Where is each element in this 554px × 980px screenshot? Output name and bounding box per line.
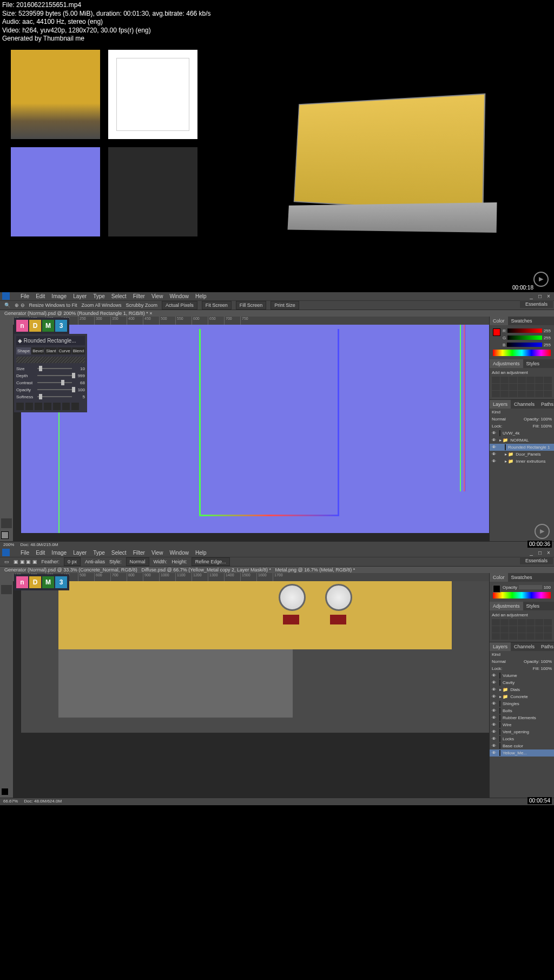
styles-tab[interactable]: Styles xyxy=(523,359,543,368)
mdo-tab[interactable]: M xyxy=(42,320,54,332)
ddo-tab[interactable]: D xyxy=(29,320,41,332)
visibility-toggle[interactable]: 👁 xyxy=(492,729,497,734)
paths-tab[interactable]: Paths xyxy=(538,400,554,409)
doc-tab-a[interactable]: Generator (Normal).psd @ 33.3% (Concrete… xyxy=(4,567,137,573)
visibility-toggle[interactable]: 👁 xyxy=(492,701,497,706)
crop-tool[interactable] xyxy=(1,616,12,626)
canvas-area-2[interactable]: 1002003004005006007008009001000110012001… xyxy=(13,573,489,798)
gradient-tool[interactable] xyxy=(1,434,12,444)
ndo-slider-softness[interactable]: Softness5 xyxy=(16,394,85,399)
visibility-toggle[interactable]: 👁 xyxy=(492,445,497,450)
antialias-check[interactable]: Anti-alias xyxy=(85,559,105,564)
visibility-toggle[interactable]: 👁 xyxy=(492,452,497,457)
ndo-btn-1[interactable] xyxy=(16,403,24,410)
path-tool[interactable] xyxy=(1,744,12,753)
visibility-toggle[interactable]: 👁 xyxy=(492,722,497,727)
foreground-color-2[interactable] xyxy=(1,788,9,795)
hand-tool[interactable] xyxy=(1,508,12,518)
swatches-tab[interactable]: Swatches xyxy=(508,317,536,325)
lasso-tool[interactable] xyxy=(1,339,12,348)
zoom-value[interactable]: 200% xyxy=(3,542,14,547)
opt-scrubby[interactable]: Scrubby Zoom xyxy=(126,302,158,308)
minimize-icon[interactable]: _ xyxy=(528,293,535,299)
ndo-btn-2[interactable] xyxy=(25,403,33,410)
play-button-2[interactable]: ▶ xyxy=(535,524,550,539)
layer-row[interactable]: 👁▸ 📁Door_Panels xyxy=(490,451,554,458)
menu-filter[interactable]: Filter xyxy=(133,293,145,299)
brush-tool[interactable] xyxy=(1,648,12,658)
adjustments-tab[interactable]: Adjustments xyxy=(490,602,523,610)
lasso-tool[interactable] xyxy=(1,595,12,605)
layer-row[interactable]: 👁Base color xyxy=(490,742,554,749)
type-tool[interactable] xyxy=(1,733,12,742)
heal-tool[interactable] xyxy=(1,637,12,647)
ndo-slider-opacity[interactable]: Opacity100 xyxy=(16,387,85,392)
ndo-btn-5[interactable] xyxy=(53,403,61,410)
visibility-toggle[interactable]: 👁 xyxy=(492,715,497,720)
marquee-tool[interactable] xyxy=(1,585,12,595)
pen-tool[interactable] xyxy=(1,466,12,476)
swatches-tab[interactable]: Swatches xyxy=(508,573,536,582)
dodge-tool[interactable] xyxy=(1,455,12,465)
menu-help[interactable]: Help xyxy=(195,550,207,556)
shape-tool[interactable] xyxy=(1,497,12,507)
ndo-tab[interactable]: n xyxy=(16,576,28,588)
visibility-toggle[interactable]: 👁 xyxy=(492,673,497,678)
blend-mode[interactable]: Normal xyxy=(492,417,506,422)
style-select[interactable]: Normal xyxy=(126,557,149,566)
refine-edge-button[interactable]: Refine Edge... xyxy=(192,557,230,566)
hand-tool[interactable] xyxy=(1,765,12,774)
ndo-tab-shape[interactable]: Shape xyxy=(16,347,31,354)
foreground-color[interactable] xyxy=(1,531,9,539)
layer-row[interactable]: 👁▸ 📁Inner extrutions xyxy=(490,458,554,465)
stamp-tool[interactable] xyxy=(1,402,12,412)
menu-type[interactable]: Type xyxy=(93,550,105,556)
layer-row[interactable]: 👁▸ 📁NORMAL xyxy=(490,437,554,444)
menu-select[interactable]: Select xyxy=(111,293,127,299)
workspace-switcher[interactable]: Essentials xyxy=(520,300,553,308)
visibility-toggle[interactable]: 👁 xyxy=(492,708,497,713)
ndo-btn-6[interactable] xyxy=(62,403,70,410)
menu-view[interactable]: View xyxy=(151,550,163,556)
maximize-icon[interactable]: □ xyxy=(537,293,543,299)
eyedropper-tool[interactable] xyxy=(1,627,12,637)
history-brush-tool[interactable] xyxy=(1,413,12,423)
menu-window[interactable]: Window xyxy=(169,550,189,556)
gradient-tool[interactable] xyxy=(1,690,12,700)
opt-resize[interactable]: Resize Windows to Fit xyxy=(29,302,77,308)
layers-tab[interactable]: Layers xyxy=(490,642,511,651)
layer-row[interactable]: 👁Shingles xyxy=(490,700,554,707)
opt-actual-pixels[interactable]: Actual Pixels xyxy=(162,301,197,310)
ndo-tab[interactable]: n xyxy=(16,320,28,332)
move-tool[interactable] xyxy=(1,318,12,327)
paths-tab[interactable]: Paths xyxy=(538,642,554,651)
dodge-tool[interactable] xyxy=(1,712,12,721)
channels-tab[interactable]: Channels xyxy=(511,642,538,651)
fg-color-swatch-2[interactable] xyxy=(493,585,500,593)
close-icon[interactable]: × xyxy=(545,293,552,299)
visibility-toggle[interactable]: 👁 xyxy=(492,751,497,755)
canvas-area[interactable]: 5010015020025030035040045050055060065070… xyxy=(13,317,489,541)
adj-icon[interactable] xyxy=(492,377,500,383)
3do-tab[interactable]: 3 xyxy=(55,576,67,588)
menu-type[interactable]: Type xyxy=(93,293,105,299)
visibility-toggle[interactable]: 👁 xyxy=(492,694,497,699)
r-slider[interactable] xyxy=(507,328,542,333)
menu-view[interactable]: View xyxy=(151,293,163,299)
menu-image[interactable]: Image xyxy=(51,293,67,299)
heal-tool[interactable] xyxy=(1,381,12,391)
document-tab[interactable]: Generator (Normal).psd @ 200% (Rounded R… xyxy=(0,310,554,317)
layer-row[interactable]: 👁▸ 📁Dials xyxy=(490,686,554,693)
visibility-toggle[interactable]: 👁 xyxy=(492,680,497,685)
fg-color-swatch[interactable] xyxy=(493,328,500,336)
visibility-toggle[interactable]: 👁 xyxy=(492,438,497,443)
layer-row[interactable]: 👁Locks xyxy=(490,735,554,742)
ndo-btn-4[interactable] xyxy=(44,403,51,410)
adjustments-tab[interactable]: Adjustments xyxy=(490,359,523,368)
layer-row[interactable]: 👁Wire xyxy=(490,721,554,728)
menu-window[interactable]: Window xyxy=(169,293,189,299)
opt-fill-screen[interactable]: Fill Screen xyxy=(236,301,267,310)
color-tab[interactable]: Color xyxy=(490,573,508,582)
ndo-tab-bevel[interactable]: Bevel xyxy=(31,347,44,354)
g-slider[interactable] xyxy=(507,336,542,340)
